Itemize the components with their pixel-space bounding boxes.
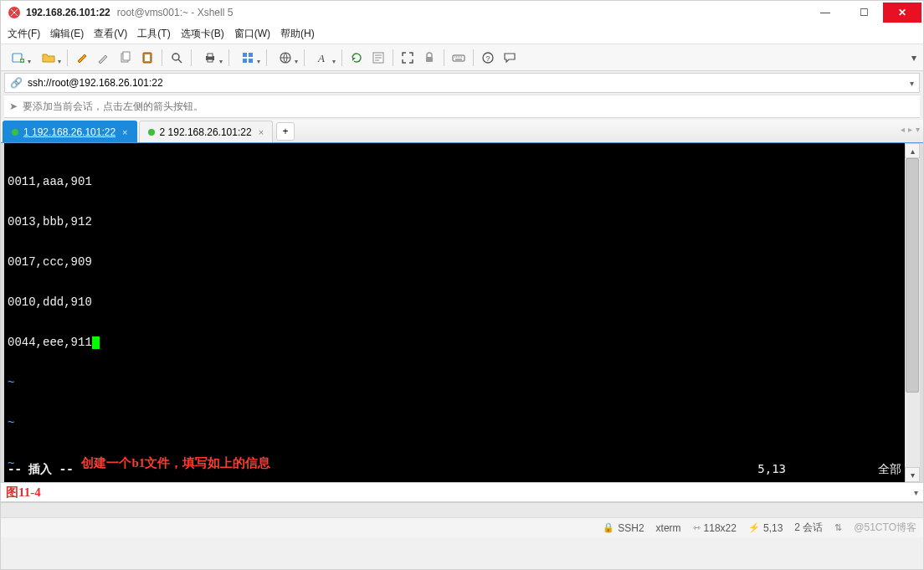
separator	[67, 49, 68, 66]
search-button[interactable]	[167, 48, 187, 68]
help-button[interactable]: ?	[478, 48, 498, 68]
window-title-sub: root@vms001:~ - Xshell 5	[117, 7, 234, 18]
highlight-button[interactable]	[72, 48, 92, 68]
edit-button[interactable]	[94, 48, 114, 68]
tab-prev-button[interactable]: ◂	[901, 125, 905, 134]
svg-rect-11	[243, 53, 247, 57]
svg-rect-10	[208, 59, 213, 62]
separator	[304, 49, 305, 66]
menu-file[interactable]: 文件(F)	[3, 24, 45, 44]
menu-view[interactable]: 查看(V)	[89, 24, 132, 44]
app-icon	[8, 6, 21, 19]
terminal-tilde: ~	[8, 376, 901, 389]
svg-rect-19	[453, 55, 465, 61]
lightning-icon: ⚡	[748, 522, 760, 533]
separator	[162, 49, 162, 66]
status-window-size: ⇿118x22	[693, 522, 737, 534]
menu-help[interactable]: 帮助(H)	[275, 24, 320, 44]
separator	[341, 49, 342, 66]
window-controls: — ☐ ✕	[806, 3, 921, 23]
scroll-up-button[interactable]: ▴	[905, 143, 920, 158]
terminal-line: 0011,aaa,901	[8, 175, 901, 188]
title-bar: 192.168.26.101:22 root@vms001:~ - Xshell…	[1, 1, 923, 24]
refresh-button[interactable]	[346, 48, 367, 68]
svg-text:A: A	[317, 52, 325, 64]
tab-add-button[interactable]: +	[276, 122, 295, 141]
separator	[444, 49, 444, 66]
horizontal-scrollbar[interactable]	[1, 502, 923, 517]
terminal-line: 0017,ccc,909	[8, 255, 901, 269]
tab-close-button[interactable]: ×	[122, 127, 127, 137]
separator	[266, 49, 267, 66]
svg-rect-9	[208, 54, 213, 57]
vim-scroll: 全部	[878, 462, 901, 477]
link-icon: 🔗	[10, 77, 23, 89]
copy-button[interactable]	[116, 48, 136, 68]
terminal-tilde: ~	[8, 416, 901, 429]
toolbar-overflow[interactable]: ▾	[908, 45, 920, 70]
tab-list-button[interactable]: ▾	[916, 125, 920, 134]
cursor	[92, 336, 100, 349]
encoding-button[interactable]: ▾	[271, 48, 300, 68]
session-tab-1[interactable]: 1 192.168.26.101:22 ×	[3, 121, 137, 142]
lock-icon: 🔒	[603, 522, 614, 533]
menu-bar: 文件(F) 编辑(E) 查看(V) 工具(T) 选项卡(B) 窗口(W) 帮助(…	[1, 24, 923, 44]
tab-label: 2 192.168.26.101:22	[160, 126, 252, 138]
menu-tabs[interactable]: 选项卡(B)	[176, 24, 229, 44]
scroll-down-button[interactable]: ▾	[905, 467, 920, 482]
terminal[interactable]: 0011,aaa,901 0013,bbb,912 0017,ccc,909 0…	[4, 143, 905, 482]
info-text: 要添加当前会话，点击左侧的箭头按钮。	[23, 100, 203, 114]
address-dropdown[interactable]: ▾	[910, 79, 914, 88]
separator	[393, 49, 393, 66]
properties-button[interactable]: ▾	[234, 48, 262, 68]
tab-close-button[interactable]: ×	[259, 127, 264, 137]
new-session-button[interactable]: ▾	[4, 48, 33, 68]
svg-rect-14	[249, 59, 253, 63]
toolbar: ▾ ▾ ▾ ▾ ▾ A▾ ? ▾	[1, 44, 923, 71]
info-bar: ➤ 要添加当前会话，点击左侧的箭头按钮。	[4, 95, 920, 118]
print-button[interactable]: ▾	[196, 48, 224, 68]
vim-mode: -- 插入 --	[8, 462, 74, 477]
close-button[interactable]: ✕	[883, 3, 921, 23]
open-button[interactable]: ▾	[34, 48, 63, 68]
menu-edit[interactable]: 编辑(E)	[45, 24, 89, 44]
dimension-icon: ⇿	[693, 522, 701, 533]
scroll-thumb[interactable]	[906, 158, 919, 393]
svg-rect-6	[145, 54, 150, 61]
status-term-type: xterm	[656, 522, 681, 534]
separator	[228, 49, 229, 66]
tab-next-button[interactable]: ▸	[908, 125, 912, 134]
address-bar[interactable]: 🔗 ssh://root@192.168.26.101:22 ▾	[4, 73, 920, 93]
arrow-forward-icon[interactable]: ➤	[9, 100, 18, 112]
menu-tools[interactable]: 工具(T)	[132, 24, 175, 44]
status-dot-icon	[12, 129, 18, 136]
svg-rect-4	[123, 52, 130, 60]
menu-window[interactable]: 窗口(W)	[229, 24, 275, 44]
vim-cursor-pos: 5,13	[757, 462, 786, 477]
status-cursor: ⚡5,13	[748, 522, 783, 534]
minimize-button[interactable]: —	[806, 3, 844, 23]
terminal-line: 0044,eee,911	[8, 336, 901, 349]
vertical-scrollbar[interactable]: ▴ ▾	[905, 143, 920, 482]
lock-button[interactable]	[419, 48, 439, 68]
chat-button[interactable]	[500, 48, 520, 68]
scroll-track[interactable]	[905, 158, 920, 467]
svg-rect-13	[243, 59, 247, 63]
window-title-main: 192.168.26.101:22	[26, 7, 110, 18]
footer-label-bar: 图11-4 ▾	[1, 482, 923, 502]
session-tab-2[interactable]: 2 192.168.26.101:22 ×	[139, 121, 274, 142]
footer-dropdown[interactable]: ▾	[914, 488, 918, 497]
tab-nav: ◂ ▸ ▾	[901, 125, 920, 134]
fullscreen-button[interactable]	[398, 48, 418, 68]
status-dot-icon	[148, 129, 155, 136]
terminal-line: 0013,bbb,912	[8, 215, 901, 229]
svg-rect-18	[426, 57, 433, 62]
font-button[interactable]: A▾	[309, 48, 337, 68]
status-protocol: 🔒SSH2	[603, 522, 644, 534]
figure-label: 图11-4	[6, 485, 41, 501]
script-button[interactable]	[368, 48, 388, 68]
maximize-button[interactable]: ☐	[844, 3, 883, 23]
paste-button[interactable]	[137, 48, 157, 68]
keyboard-button[interactable]	[449, 48, 469, 68]
status-transfer-icon[interactable]: ⇅	[834, 522, 842, 533]
